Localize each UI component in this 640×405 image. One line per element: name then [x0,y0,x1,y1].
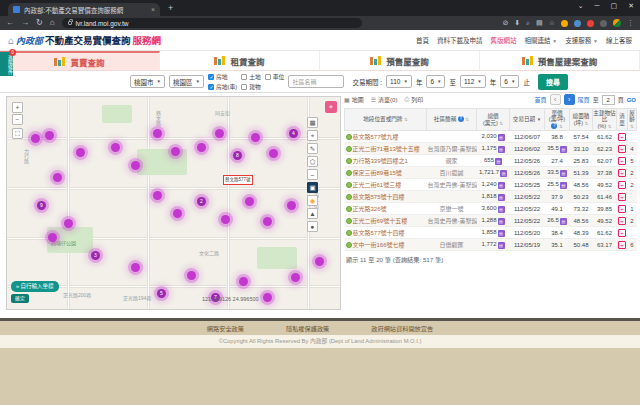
locate-on-map-icon[interactable] [346,170,352,176]
sort-icon[interactable]: ⇅ [585,121,589,126]
year-to-select[interactable]: 112▼ [460,75,486,88]
tab-close-icon[interactable]: × [151,6,155,13]
next-page-button[interactable]: › [564,94,575,105]
column-header[interactable]: 清單 [617,109,628,131]
price-detail-icon[interactable]: ▤ [495,158,502,165]
locate-on-map-icon[interactable] [346,242,352,248]
cluster-marker[interactable]: 3 [91,251,100,260]
address-cell[interactable]: 正光二街61號三樓 [345,179,427,191]
transaction-marker[interactable] [263,293,272,302]
menu-download[interactable]: 資料下載及申請 [437,35,483,45]
sort-icon[interactable]: ⇅ [465,117,469,122]
search-button[interactable]: 搜尋 [538,74,568,90]
transaction-marker[interactable] [171,147,180,156]
address-cell[interactable]: 力行路339號四樓之1 [345,155,427,167]
enter-coordinates-button[interactable]: » 自行輸入坐標 [11,281,59,292]
transaction-marker[interactable] [239,277,248,286]
checkbox-land[interactable]: 土地 [241,72,261,81]
extension-blue-icon[interactable] [574,20,581,27]
add-to-list-button[interactable]: + [618,157,626,165]
menu-support[interactable]: 支援服務 ▼ [565,35,598,45]
menu-home[interactable]: 首頁 [416,35,429,45]
back-icon[interactable]: ← [6,19,14,27]
side-panel-icon[interactable]: ▤ [536,19,543,27]
transaction-marker[interactable] [31,134,40,143]
column-header[interactable]: 社區簡稱 ? ⇅ [427,109,477,131]
map-tool-button-0[interactable]: ▦ [307,117,318,128]
cluster-marker[interactable]: 8 [233,151,242,160]
transaction-marker[interactable] [153,191,162,200]
address-cell[interactable]: 文中一街166號七樓 [345,239,427,251]
transaction-marker[interactable] [153,129,162,138]
column-header[interactable]: 單價(萬/坪) ? ⇅ [545,109,570,131]
map-tool-button-3[interactable]: ⬠ [307,156,318,167]
address-cell[interactable]: 慈文路575號十四樓 [345,191,427,203]
add-to-list-button[interactable]: + [618,133,626,141]
tab-rent-query[interactable]: 租賃查詢 [160,51,320,70]
column-header[interactable]: 屋齡 ⇅ [628,109,637,131]
price-detail-icon[interactable]: ▤ [498,134,505,141]
price-detail-icon[interactable]: ▤ [500,170,507,177]
address-cell[interactable]: 正光二街71巷13號十五樓 [345,143,427,155]
transaction-marker[interactable] [64,219,73,228]
map-view-button[interactable]: ▦地圖 [344,95,364,104]
month-from-select[interactable]: 6▼ [426,75,445,88]
download-icon[interactable]: ⬇ [514,19,520,27]
locate-on-map-icon[interactable] [346,194,352,200]
first-page-button[interactable]: 首頁 [535,95,547,104]
add-to-list-button[interactable]: + [618,169,626,177]
tab-sale-query[interactable]: 買賣查詢 [0,51,160,70]
community-name-input[interactable] [288,75,344,88]
locate-on-map-icon[interactable] [346,182,352,188]
add-to-list-button[interactable]: + [618,145,626,153]
add-to-list-button[interactable]: + [618,241,626,249]
list-view-button[interactable]: ☰清單(0) [371,95,398,104]
locate-on-map-icon[interactable] [346,230,352,236]
unit-price-note-icon[interactable]: ▤ [560,170,567,177]
forward-icon[interactable]: → [21,19,29,27]
locate-on-map-icon[interactable] [346,158,352,164]
unit-price-note-icon[interactable]: ▤ [560,182,567,189]
map-tool-button-5[interactable]: ▣ [307,182,318,193]
map-canvas[interactable]: 慈文路同安街力行路文中一街西埔仔公園正光路200巷正光路194巷文化二路 938… [6,96,341,310]
site-logo[interactable]: ⌂ 內政部 不動產交易實價查詢 服務網 [8,33,161,47]
transaction-marker[interactable] [215,129,224,138]
browser-menu-icon[interactable]: ⋮ [627,19,634,27]
address-cell[interactable]: 正光路326號 [345,203,427,215]
transaction-marker[interactable] [131,161,140,170]
checkbox-house-land-parking[interactable]: 房地(車) [208,82,237,91]
add-to-list-button[interactable]: + [618,193,626,201]
footer-link-privacy[interactable]: 隱私權保護政策 [286,324,329,333]
price-detail-icon[interactable]: ▤ [498,218,505,225]
tab-presale-project-query[interactable]: 預售屋建案查詢 [480,51,640,70]
price-detail-icon[interactable]: ▤ [498,206,505,213]
menu-old-site[interactable]: 舊版網站 [490,35,516,45]
menu-customer-service[interactable]: 線上客服 [606,35,632,45]
column-header[interactable]: 總價(萬元) ⇅ [477,109,510,131]
address-cell[interactable]: 慈文路577號九樓 [345,131,427,143]
footer-link-security[interactable]: 網路安全政策 [207,324,244,333]
transaction-marker[interactable] [76,148,85,157]
sort-icon[interactable]: ⇅ [499,121,503,126]
sort-icon[interactable]: ⇅ [630,124,634,129]
sort-icon[interactable]: ⇅ [559,124,563,129]
month-to-select[interactable]: 6▼ [500,75,519,88]
transaction-marker[interactable] [197,143,206,152]
redraw-search-button[interactable]: ⌖ [325,101,337,113]
profile-avatar[interactable] [613,19,621,27]
address-cell[interactable]: 正光二街69號十五樓 [345,215,427,227]
add-to-list-button[interactable]: + [618,181,626,189]
help-icon[interactable]: ? [458,116,464,122]
sort-icon[interactable]: ⇅ [608,124,612,129]
map-tool-button-6[interactable]: ◉ [307,195,318,206]
column-header[interactable]: 交易日期 ▼ [510,109,545,131]
checkbox-parking[interactable]: 車位 [265,72,285,81]
price-detail-icon[interactable]: ▤ [498,230,505,237]
zoom-in-button[interactable]: + [12,102,23,113]
fullscreen-button[interactable]: ⛶ [12,128,23,139]
map-tool-button-7[interactable]: ▲ [307,208,318,219]
home-icon[interactable]: ⌂ [50,19,55,27]
price-detail-icon[interactable]: ▤ [498,194,505,201]
map-tool-button-1[interactable]: ⌖ [307,130,318,141]
transaction-marker[interactable] [291,273,300,282]
